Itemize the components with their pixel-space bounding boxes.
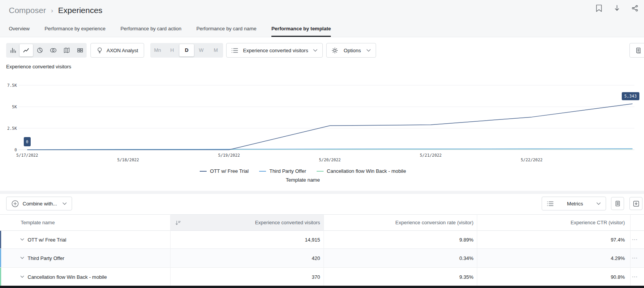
page-title: Experiences xyxy=(58,6,103,15)
axon-analyst-label: AXON Analyst xyxy=(107,48,138,53)
bookmark-icon[interactable] xyxy=(594,3,603,13)
ctr-cell: 97.4% xyxy=(611,237,625,243)
legend-item-ott-w-free-trial[interactable]: OTT w/ Free Trial xyxy=(200,168,249,174)
tab-performance-by-template[interactable]: Performance by template xyxy=(271,22,331,37)
granularity-d[interactable]: D xyxy=(179,44,194,56)
breadcrumb: Composer › Experiences xyxy=(9,6,102,15)
bar-chart-icon[interactable] xyxy=(6,43,20,58)
app-root: Composer › Experiences OverviewPerforman… xyxy=(0,0,644,288)
conversion-rate-cell: 0.34% xyxy=(459,255,473,261)
table-download-button[interactable] xyxy=(629,197,642,210)
row-series-marker xyxy=(0,231,1,248)
svg-text:5/19/2022: 5/19/2022 xyxy=(218,153,240,157)
column-header-converted-visitors[interactable]: Experience converted visitors xyxy=(255,220,320,225)
row-expand-chevron-icon[interactable] xyxy=(20,238,24,241)
template-name-cell: Cancellation flow Win Back - mobile xyxy=(28,274,107,280)
tab-overview[interactable]: Overview xyxy=(9,22,30,37)
template-name-cell: OTT w/ Free Trial xyxy=(28,237,66,243)
row-menu-button[interactable]: ⋯ xyxy=(632,273,637,280)
converted-visitors-cell: 420 xyxy=(312,255,320,261)
legend-item-third-party-offer[interactable]: Third Party Offer xyxy=(259,168,306,174)
legend-label: Cancellation flow Win Back - mobile xyxy=(327,168,406,174)
section-divider xyxy=(0,191,644,194)
tab-performance-by-experience[interactable]: Performance by experience xyxy=(44,22,105,37)
row-expand-chevron-icon[interactable] xyxy=(20,275,24,278)
converted-visitors-cell: 370 xyxy=(312,274,320,280)
combine-with-button[interactable]: Combine with... xyxy=(6,197,72,210)
template-name-cell: Third Party Offer xyxy=(28,255,64,261)
chart-legend: OTT w/ Free TrialThird Party OfferCancel… xyxy=(0,168,606,174)
sort-descending-icon[interactable] xyxy=(175,220,181,227)
column-header-conversion-rate[interactable]: Experience conversion rate (visitor) xyxy=(395,220,473,225)
map-chart-icon[interactable] xyxy=(60,43,73,58)
chart-type-switcher xyxy=(6,43,87,58)
column-header-template-name[interactable]: Template name xyxy=(21,220,55,225)
page-header: Composer › Experiences OverviewPerforman… xyxy=(0,0,644,37)
table-row-ott-w-free-trial[interactable]: OTT w/ Free Trial14,9159.89%97.4%⋯ xyxy=(0,231,644,249)
metrics-dropdown-value: Metrics xyxy=(557,201,593,207)
plus-circle-icon xyxy=(12,200,19,207)
share-icon[interactable] xyxy=(630,3,639,13)
report-icon xyxy=(635,47,642,54)
legend-label: Third Party Offer xyxy=(269,168,306,174)
svg-text:5/20/2022: 5/20/2022 xyxy=(319,157,341,162)
column-header-ctr[interactable]: Experience CTR (visitor) xyxy=(570,220,625,225)
granularity-mn[interactable]: Mn xyxy=(150,43,165,58)
svg-text:5/22/2022: 5/22/2022 xyxy=(521,157,542,162)
row-series-marker xyxy=(0,249,1,267)
svg-text:7.5K: 7.5K xyxy=(7,83,17,88)
metric-dropdown[interactable]: Experience converted visitors xyxy=(226,43,323,58)
tab-bar: OverviewPerformance by experiencePerform… xyxy=(9,22,331,37)
ctr-cell: 90.8% xyxy=(611,274,625,280)
svg-text:5/21/2022: 5/21/2022 xyxy=(420,153,442,157)
table-body: OTT w/ Free Trial14,9159.89%97.4%⋯Third … xyxy=(0,231,644,286)
svg-text:0: 0 xyxy=(15,147,17,152)
bottom-edge-bar xyxy=(0,286,644,288)
template-table: Template name Experience converted visit… xyxy=(0,214,644,286)
report-view-button[interactable] xyxy=(629,43,644,58)
row-expand-chevron-icon[interactable] xyxy=(20,257,24,260)
tab-performance-by-card-name[interactable]: Performance by card name xyxy=(196,22,256,37)
table-row-cancellation-flow-win-back-mobile[interactable]: Cancellation flow Win Back - mobile3709.… xyxy=(0,268,644,286)
axon-analyst-button[interactable]: AXON Analyst xyxy=(90,43,144,58)
converted-visitors-cell: 14,915 xyxy=(305,237,320,243)
legend-item-cancellation-flow-win-back-mobile[interactable]: Cancellation flow Win Back - mobile xyxy=(317,168,406,174)
pie-chart-icon[interactable] xyxy=(33,43,46,58)
chart-title: Experience converted visitors xyxy=(6,64,71,70)
legend-dash-icon xyxy=(200,171,207,172)
header-actions xyxy=(594,3,639,13)
chevron-down-icon xyxy=(596,202,601,205)
row-menu-button[interactable]: ⋯ xyxy=(632,236,637,243)
chart-svg: 7.5K5K2.5K05/17/20225/18/20225/19/20225/… xyxy=(0,77,644,164)
download-icon[interactable] xyxy=(612,3,621,13)
list-icon xyxy=(547,201,554,206)
report-icon xyxy=(614,200,621,207)
granularity-m[interactable]: M xyxy=(209,43,223,58)
line-chart-icon[interactable] xyxy=(20,44,33,56)
row-series-marker xyxy=(0,268,1,286)
conversion-rate-cell: 9.89% xyxy=(459,237,473,243)
time-granularity-switcher: MnHDWM xyxy=(150,43,223,58)
gear-icon xyxy=(332,47,338,54)
ctr-cell: 4.29% xyxy=(611,255,625,261)
download-box-icon xyxy=(633,200,639,207)
venn-chart-icon[interactable] xyxy=(46,43,60,58)
combine-with-label: Combine with... xyxy=(23,201,57,207)
options-dropdown-value: Options xyxy=(342,48,363,53)
metrics-dropdown[interactable]: Metrics xyxy=(542,197,606,210)
tab-performance-by-card-action[interactable]: Performance by card action xyxy=(120,22,181,37)
breadcrumb-parent[interactable]: Composer xyxy=(9,6,46,15)
svg-text:5K: 5K xyxy=(12,104,17,109)
table-header-row: Template name Experience converted visit… xyxy=(0,214,644,231)
chevron-down-icon xyxy=(62,202,67,205)
lightbulb-icon xyxy=(97,47,103,54)
row-menu-button[interactable]: ⋯ xyxy=(632,255,637,262)
options-dropdown[interactable]: Options xyxy=(326,43,376,58)
chevron-down-icon xyxy=(313,49,317,52)
granularity-h[interactable]: H xyxy=(165,43,179,58)
table-report-button[interactable] xyxy=(611,197,624,210)
table-row-third-party-offer[interactable]: Third Party Offer4200.34%4.29%⋯ xyxy=(0,249,644,268)
cards-chart-icon[interactable] xyxy=(73,43,87,58)
granularity-w[interactable]: W xyxy=(194,43,209,58)
svg-text:5/17/2022: 5/17/2022 xyxy=(16,153,38,157)
